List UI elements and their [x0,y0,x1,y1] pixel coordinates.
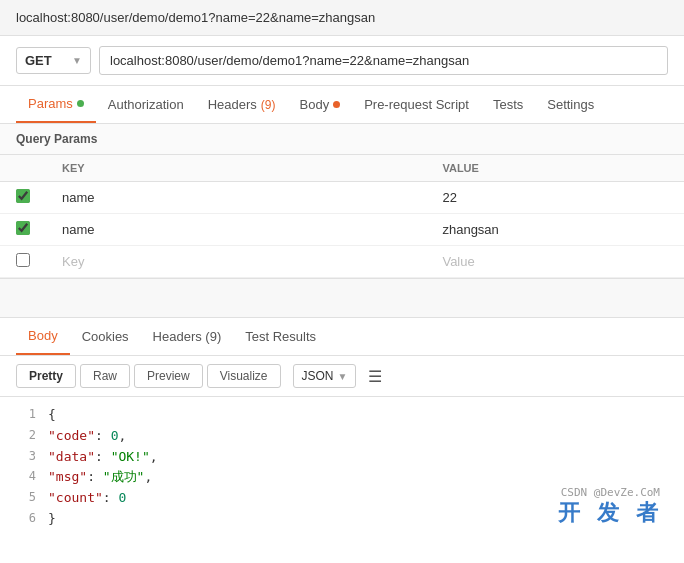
th-value: VALUE [426,155,684,182]
placeholder-value[interactable]: Value [426,246,684,278]
line-num-3: 3 [8,447,36,466]
row1-key: name [46,182,426,214]
line-content-6: } [48,509,56,530]
chevron-down-icon: ▼ [72,55,82,66]
body-dot [333,101,340,108]
tab-body-label: Body [300,97,330,112]
url-input[interactable] [99,46,668,75]
tab-tests-label: Tests [493,97,523,112]
method-select[interactable]: GET ▼ [16,47,91,74]
tab-settings[interactable]: Settings [535,87,606,122]
tab-response-headers[interactable]: Headers (9) [141,319,234,354]
params-table: KEY VALUE name 22 name zhangsan Key [0,155,684,278]
line-num-2: 2 [8,426,36,445]
tab-response-body-label: Body [28,328,58,343]
visualize-button[interactable]: Visualize [207,364,281,388]
params-dot [77,100,84,107]
tab-settings-label: Settings [547,97,594,112]
tab-tests[interactable]: Tests [481,87,535,122]
request-bar: GET ▼ [0,36,684,86]
pretty-button[interactable]: Pretty [16,364,76,388]
watermark: 开 发 者 [558,495,661,530]
format-type-select[interactable]: JSON ▼ [293,364,357,388]
code-line-2: 2 "code": 0, [0,426,684,447]
tab-pre-request[interactable]: Pre-request Script [352,87,481,122]
tab-test-results[interactable]: Test Results [233,319,328,354]
tab-params-label: Params [28,96,73,111]
headers-badge: (9) [261,98,276,112]
wrap-icon[interactable]: ☰ [368,367,382,386]
format-bar: Pretty Raw Preview Visualize JSON ▼ ☰ [0,356,684,397]
format-type-label: JSON [302,369,334,383]
line-num-4: 4 [8,467,36,486]
placeholder-checkbox-cell [0,246,46,278]
line-content-1: { [48,405,56,426]
th-checkbox [0,155,46,182]
section-title: Query Params [0,124,684,155]
placeholder-checkbox[interactable] [16,253,30,267]
tab-body[interactable]: Body [288,87,353,122]
tab-pre-request-label: Pre-request Script [364,97,469,112]
request-tabs-row: Params Authorization Headers (9) Body Pr… [0,86,684,124]
line-content-5: "count": 0 [48,488,126,509]
row1-checkbox-cell [0,182,46,214]
code-block: 1 { 2 "code": 0, 3 "data": "OK!", 4 "msg… [0,397,684,538]
tab-cookies[interactable]: Cookies [70,319,141,354]
tab-response-body[interactable]: Body [16,318,70,355]
tab-params[interactable]: Params [16,86,96,123]
top-url: localhost:8080/user/demo/demo1?name=22&n… [16,10,375,25]
tab-headers-label: Headers [208,97,257,112]
section-divider [0,278,684,318]
line-num-6: 6 [8,509,36,528]
tab-test-results-label: Test Results [245,329,316,344]
line-content-2: "code": 0, [48,426,126,447]
row2-checkbox[interactable] [16,221,30,235]
format-chevron-icon: ▼ [338,371,348,382]
line-num-5: 5 [8,488,36,507]
preview-button[interactable]: Preview [134,364,203,388]
raw-button[interactable]: Raw [80,364,130,388]
tab-authorization-label: Authorization [108,97,184,112]
line-num-1: 1 [8,405,36,424]
row2-checkbox-cell [0,214,46,246]
row1-value: 22 [426,182,684,214]
row2-value: zhangsan [426,214,684,246]
tab-headers[interactable]: Headers (9) [196,87,288,122]
top-bar: localhost:8080/user/demo/demo1?name=22&n… [0,0,684,36]
tab-cookies-label: Cookies [82,329,129,344]
placeholder-key[interactable]: Key [46,246,426,278]
row1-checkbox[interactable] [16,189,30,203]
code-line-1: 1 { [0,405,684,426]
method-label: GET [25,53,52,68]
tab-response-headers-label: Headers (9) [153,329,222,344]
code-line-3: 3 "data": "OK!", [0,447,684,468]
response-tabs-row: Body Cookies Headers (9) Test Results [0,318,684,356]
line-content-4: "msg": "成功", [48,467,152,488]
table-row: Key Value [0,246,684,278]
line-content-3: "data": "OK!", [48,447,158,468]
table-row: name zhangsan [0,214,684,246]
row2-key: name [46,214,426,246]
th-key: KEY [46,155,426,182]
tab-authorization[interactable]: Authorization [96,87,196,122]
table-row: name 22 [0,182,684,214]
